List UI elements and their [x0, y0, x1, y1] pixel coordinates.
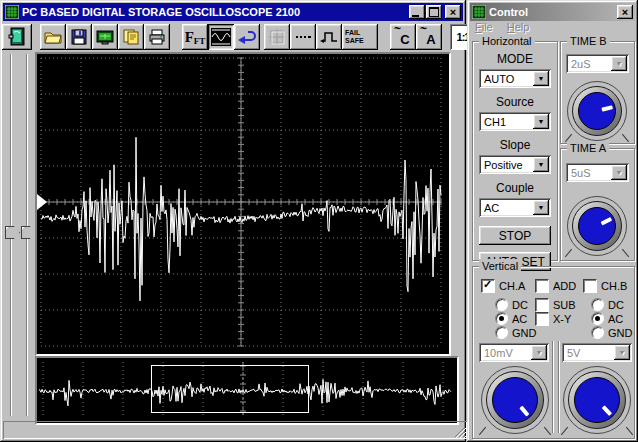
chevron-down-icon: ▼: [611, 165, 627, 180]
save-icon: [71, 29, 87, 45]
control-title: Control: [489, 6, 616, 18]
channel-a-ac-radio[interactable]: AC: [495, 312, 527, 325]
channel-b-ac-radio[interactable]: AC: [591, 312, 623, 325]
fail-safe-button[interactable]: FAIL SAFE: [342, 24, 378, 50]
calibrate-c-button[interactable]: ~ C: [390, 24, 416, 50]
waveform-display-button[interactable]: [208, 24, 234, 50]
main-titlebar[interactable]: PC BASED DIGITAL STORAGE OSCILLOSCOPE 21…: [3, 3, 463, 21]
status-bar: [3, 421, 467, 439]
undo-arrow-button[interactable]: [234, 24, 260, 50]
vertical-divider: [558, 341, 560, 433]
volts-a-select: 10mV ▼: [479, 343, 549, 362]
channel-b-checkbox[interactable]: CH.B: [583, 279, 627, 293]
stop-button[interactable]: STOP: [479, 226, 551, 245]
grid-toggle-button: [264, 24, 290, 50]
square-wave-button[interactable]: [316, 24, 342, 50]
minimize-button[interactable]: [409, 5, 425, 19]
chevron-down-icon: ▼: [531, 345, 547, 360]
channel-b-dc-radio[interactable]: DC: [591, 298, 624, 311]
capture-button[interactable]: [92, 24, 118, 50]
dotted-line-icon: [294, 28, 312, 46]
slope-label: Slope: [473, 138, 557, 152]
waveform-display-icon: [211, 28, 231, 46]
print-icon: [148, 29, 166, 45]
slope-select[interactable]: Positive ▼: [479, 155, 551, 174]
control-titlebar[interactable]: Control ×: [470, 3, 635, 21]
vertical-group-label: Vertical: [479, 259, 521, 273]
channel-a-checkbox[interactable]: CH.A: [481, 279, 525, 293]
horizontal-group-label: Horizontal: [479, 34, 535, 48]
notes-button[interactable]: [118, 24, 144, 50]
time-b-group: TIME B 2uS ▼: [560, 41, 635, 144]
source-label: Source: [473, 95, 557, 109]
control-icon: [472, 5, 486, 19]
notes-icon: [122, 29, 140, 45]
vertical-group: Vertical CH.A ADD CH.B DC AC GND SUB: [472, 266, 635, 439]
app-icon: [5, 5, 19, 19]
position-slider-a[interactable]: [6, 52, 17, 418]
position-slider-b-thumb[interactable]: [21, 226, 36, 239]
exit-icon: [7, 27, 27, 47]
time-a-select: 5uS ▼: [566, 163, 629, 182]
dotted-line-button[interactable]: [290, 24, 316, 50]
xy-checkbox[interactable]: X-Y: [535, 312, 571, 326]
couple-label: Couple: [473, 181, 557, 195]
main-window: PC BASED DIGITAL STORAGE OSCILLOSCOPE 21…: [0, 0, 466, 442]
position-slider-a-thumb[interactable]: [5, 226, 20, 239]
mode-label: MODE: [473, 52, 557, 66]
open-button[interactable]: [40, 24, 66, 50]
maximize-button[interactable]: [426, 5, 442, 19]
position-slider-b[interactable]: [22, 52, 33, 418]
screen-capture-icon: [96, 29, 114, 45]
overview-display[interactable]: [37, 358, 453, 419]
print-button[interactable]: [144, 24, 170, 50]
chevron-down-icon[interactable]: ▼: [533, 200, 549, 215]
save-button[interactable]: [66, 24, 92, 50]
channel-a-dc-radio[interactable]: DC: [495, 298, 528, 311]
chevron-down-icon: ▼: [611, 56, 627, 71]
chevron-down-icon[interactable]: ▼: [533, 157, 549, 172]
volts-b-select: 5V ▼: [562, 343, 632, 362]
chevron-down-icon[interactable]: ▼: [533, 71, 549, 86]
time-b-label: TIME B: [567, 34, 610, 48]
mode-select[interactable]: AUTO ▼: [479, 69, 551, 88]
chevron-down-icon[interactable]: ▼: [533, 114, 549, 129]
overview-display-frame: [35, 356, 459, 425]
source-select[interactable]: CH1 ▼: [479, 112, 551, 131]
close-button[interactable]: ×: [445, 5, 461, 19]
grid-toggle-icon: [268, 28, 286, 46]
channel-b-gnd-radio[interactable]: GND: [591, 326, 632, 339]
time-a-group: TIME A 5uS ▼: [560, 148, 635, 261]
scope-display: [37, 54, 445, 350]
volts-b-knob[interactable]: [568, 371, 626, 429]
window-title: PC BASED DIGITAL STORAGE OSCILLOSCOPE 21…: [22, 6, 408, 18]
control-window: Control × File Help Horizontal MODE AUTO…: [467, 0, 638, 442]
calibrate-a-button[interactable]: ~ A: [416, 24, 442, 50]
horizontal-group: Horizontal MODE AUTO ▼ Source CH1 ▼ Slop…: [472, 41, 558, 261]
time-a-knob[interactable]: [572, 201, 622, 251]
time-b-select: 2uS ▼: [566, 54, 629, 73]
control-close-button[interactable]: ×: [617, 5, 633, 19]
resize-grip[interactable]: [453, 425, 466, 438]
channel-a-gnd-radio[interactable]: GND: [495, 326, 536, 339]
square-wave-icon: [319, 28, 339, 46]
open-file-icon: [44, 29, 62, 45]
sub-checkbox[interactable]: SUB: [535, 298, 576, 312]
volts-a-knob[interactable]: [486, 371, 544, 429]
chevron-down-icon: ▼: [614, 345, 630, 360]
scope-display-frame: [35, 52, 451, 356]
exit-button[interactable]: [2, 24, 32, 50]
add-checkbox[interactable]: ADD: [535, 279, 576, 293]
undo-arrow-icon: [237, 28, 257, 46]
time-a-label: TIME A: [567, 141, 609, 155]
couple-select[interactable]: AC ▼: [479, 198, 551, 217]
fft-button[interactable]: FFT: [182, 24, 208, 50]
toolbar: FFT: [2, 23, 502, 51]
vertical-divider: [552, 341, 554, 433]
time-b-knob[interactable]: [572, 86, 622, 136]
